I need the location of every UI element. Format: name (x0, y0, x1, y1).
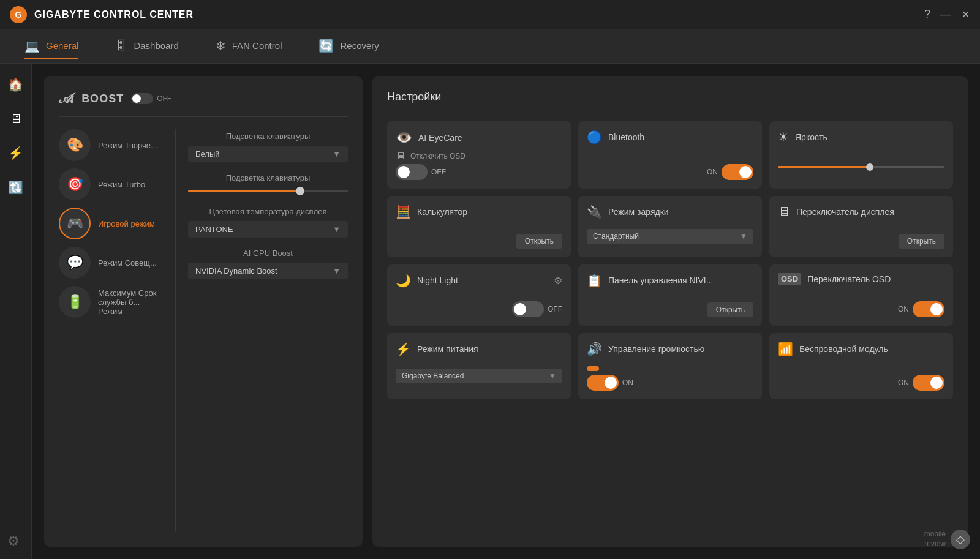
card-charge-mode: 🔌 Режим зарядки Стандартный ▼ (578, 196, 762, 257)
brightness-name: Яркость (795, 132, 827, 142)
sidebar-item-display[interactable]: 🖥 (5, 108, 27, 130)
card-night-light-header: 🌙 Night Light ⚙ (396, 273, 562, 288)
tab-recovery[interactable]: 🔄 Recovery (318, 34, 379, 59)
app-title: GIGABYTE CONTROL CENTER (34, 9, 194, 20)
power-mode-select[interactable]: Gigabyte Balanced ▼ (396, 369, 562, 383)
content-area: 𝒜ι BOOST OFF 🎨 Режим Творче... (32, 64, 980, 559)
display-switch-name: Переключатель дисплея (796, 207, 894, 217)
charge-mode-name: Режим зарядки (608, 207, 669, 217)
tab-dashboard-label: Dashboard (134, 40, 178, 51)
card-charge-mode-body: Стандартный ▼ (587, 224, 753, 249)
keyboard-backlight-thumb[interactable] (296, 187, 304, 195)
mode-gaming-icon: 🎮 (59, 208, 91, 239)
mode-meeting[interactable]: 💬 Режим Совещ... (59, 247, 163, 279)
charge-mode-select[interactable]: Стандартный ▼ (587, 229, 753, 244)
wireless-icon: 📶 (778, 342, 793, 356)
card-night-light: 🌙 Night Light ⚙ OFF (387, 264, 571, 326)
volume-toggle-row[interactable]: ON (587, 375, 633, 391)
help-icon[interactable]: ? (924, 8, 930, 21)
keyboard-backlight-fill (188, 190, 300, 192)
nvidia-panel-name: Панель управления NIVI... (608, 276, 713, 285)
osd-switch-toggle-row[interactable]: ON (898, 301, 944, 317)
gpu-boost-select[interactable]: NVIDIA Dynamic Boost ▼ (188, 263, 348, 279)
mode-battery[interactable]: 🔋 Максимум Срок службы б... Режим (59, 286, 163, 318)
wireless-toggle-label: ON (898, 378, 909, 387)
volume-bar-indicator (587, 366, 599, 371)
power-mode-name: Режим питания (417, 344, 478, 354)
calculator-name: Калькулятор (417, 207, 467, 217)
tab-fan[interactable]: ❄ FAN Control (216, 34, 282, 59)
card-display-switch-header: 🖥 Переключатель дисплея (778, 204, 944, 219)
ai-boost-label: BOOST (81, 92, 124, 105)
mode-gaming[interactable]: 🎮 Игровой режим (59, 208, 163, 239)
left-inner: 🎨 Режим Творче... 🎯 Режим Turbo 🎮 Игрово… (59, 129, 348, 532)
brightness-slider[interactable] (778, 161, 944, 168)
wireless-toggle-row[interactable]: ON (898, 375, 944, 391)
keyboard-backlight-slider[interactable] (188, 190, 348, 192)
card-ai-eyecare-header: 👁️ AI EyeCare (396, 130, 562, 146)
controls-section: Подсветка клавиатуры Белый ▼ Подсветка к… (188, 129, 348, 532)
calculator-open-button[interactable]: Открыть (516, 234, 562, 249)
bluetooth-icon: 🔵 (587, 130, 602, 144)
sidebar-item-home[interactable]: 🏠 (5, 73, 27, 96)
tab-general-label: General (46, 40, 78, 51)
night-light-toggle-thumb (514, 303, 526, 315)
sidebar-item-refresh[interactable]: 🔃 (5, 176, 27, 198)
mode-creative-label: Режим Творче... (98, 141, 157, 150)
ai-eyecare-toggle-row[interactable]: OFF (396, 164, 446, 180)
night-light-icon: 🌙 (396, 273, 411, 288)
card-volume-header: 🔊 Управление громкостью (587, 342, 753, 356)
settings-gear-icon[interactable]: ⚙ (7, 533, 20, 549)
keyboard-backlight2-group: Подсветка клавиатуры (188, 173, 348, 196)
card-wireless-body: ON (778, 361, 944, 391)
ai-eyecare-toggle-track[interactable] (396, 164, 428, 180)
brightness-track (778, 166, 944, 168)
osd-switch-toggle-label: ON (898, 305, 909, 313)
ai-eyecare-osd-row: 🖥 Отключить OSD (396, 151, 466, 162)
night-light-toggle-track[interactable] (512, 301, 544, 317)
tab-general[interactable]: 💻 General (24, 34, 78, 59)
ai-boost-toggle-track[interactable] (131, 93, 153, 104)
brightness-thumb[interactable] (866, 163, 873, 171)
night-light-toggle-row[interactable]: OFF (512, 301, 562, 317)
bluetooth-toggle-track[interactable] (722, 164, 753, 180)
card-nvidia-panel-body: Открыть (587, 293, 753, 317)
chevron-down-icon3: ▼ (333, 266, 341, 276)
tab-fan-label: FAN Control (232, 40, 282, 51)
card-osd-switch-body: ON (778, 290, 944, 317)
volume-toggle-track[interactable] (587, 375, 619, 391)
display-switch-open-button[interactable]: Открыть (899, 234, 944, 249)
ai-boost-toggle[interactable]: OFF (131, 93, 172, 104)
ai-eyecare-toggle-label: OFF (431, 168, 446, 176)
keyboard-backlight-select[interactable]: Белый ▼ (188, 146, 348, 162)
mode-gaming-label: Игровой режим (98, 219, 155, 228)
app-logo: G (10, 6, 27, 23)
mode-creative[interactable]: 🎨 Режим Творче... (59, 129, 163, 161)
minimize-icon[interactable]: — (940, 8, 951, 21)
bluetooth-toggle-label: ON (707, 168, 718, 176)
bluetooth-toggle-thumb (739, 166, 752, 178)
volume-name: Управление громкостью (608, 344, 704, 354)
tab-dashboard[interactable]: 🎛 Dashboard (115, 34, 178, 59)
sidebar-item-fast[interactable]: ⚡ (5, 142, 27, 164)
night-light-gear-icon[interactable]: ⚙ (554, 275, 562, 287)
night-light-toggle-label: OFF (548, 305, 562, 313)
nvidia-panel-open-button[interactable]: Открыть (707, 302, 753, 317)
display-temp-select[interactable]: PANTONE ▼ (188, 221, 348, 238)
wireless-toggle-track[interactable] (913, 375, 944, 391)
card-osd-switch: OSD Переключатель OSD ON (769, 264, 953, 326)
bluetooth-toggle-row[interactable]: ON (707, 164, 753, 180)
osd-switch-name: Переключатель OSD (807, 274, 891, 284)
volume-toggle-area: ON (587, 361, 753, 391)
tab-recovery-label: Recovery (340, 40, 379, 51)
osd-switch-toggle-track[interactable] (913, 301, 944, 317)
power-mode-value: Gigabyte Balanced (402, 372, 464, 380)
mode-turbo[interactable]: 🎯 Режим Turbo (59, 168, 163, 200)
close-icon[interactable]: ✕ (961, 8, 970, 21)
bluetooth-name: Bluetooth (608, 132, 644, 142)
keyboard-backlight-value: Белый (195, 149, 220, 159)
brightness-fill (778, 166, 870, 168)
card-bluetooth-header: 🔵 Bluetooth (587, 130, 753, 144)
card-volume: 🔊 Управление громкостью ON (578, 333, 762, 399)
wireless-toggle-thumb (930, 377, 943, 389)
